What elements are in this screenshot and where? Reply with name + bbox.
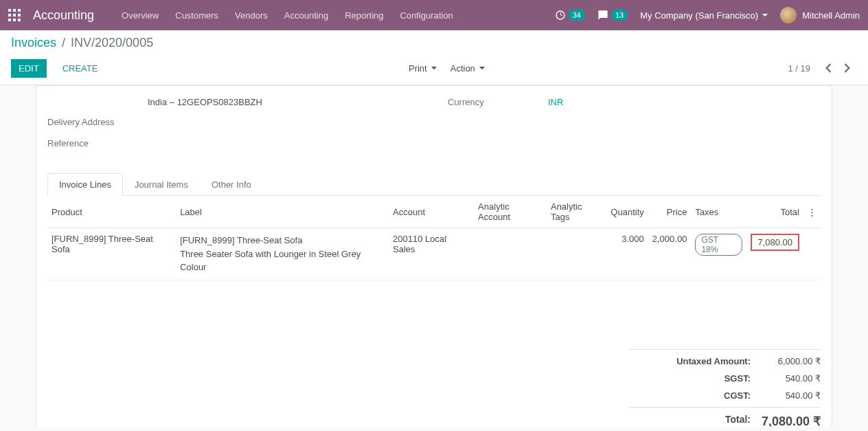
cell-account: 200110 Local Sales [389, 228, 474, 280]
content: India – 12GEOPS0823BBZH Delivery Address… [0, 85, 868, 427]
cell-price: 2,000.00 [648, 228, 692, 280]
cell-total: 7,080.00 [746, 228, 803, 280]
control-panel: Invoices / INV/2020/0005 EDIT CREATE Pri… [0, 30, 868, 85]
svg-rect-4 [13, 14, 16, 16]
pager-next[interactable] [838, 58, 857, 78]
table-row[interactable]: [FURN_8999] Three-Seat Sofa [FURN_8999] … [47, 228, 821, 280]
activity-icon[interactable]: 34 [555, 10, 585, 21]
nav-customers[interactable]: Customers [175, 10, 218, 21]
svg-rect-7 [13, 19, 16, 21]
form-sheet: India – 12GEOPS0823BBZH Delivery Address… [36, 85, 832, 427]
svg-rect-2 [18, 9, 21, 12]
sgst-label: SGST: [628, 373, 759, 384]
breadcrumb: Invoices / INV/2020/0005 [11, 36, 857, 50]
untaxed-label: Untaxed Amount: [628, 356, 759, 366]
pager-prev[interactable] [819, 58, 838, 78]
nav-configuration[interactable]: Configuration [400, 10, 453, 21]
total-value: 7,080.00 ₹ [759, 414, 821, 428]
col-account[interactable]: Account [389, 196, 474, 228]
svg-rect-8 [18, 19, 21, 21]
messages-icon[interactable]: 13 [597, 10, 628, 21]
cell-label: [FURN_8999] Three-Seat Sofa Three Seater… [176, 228, 389, 280]
cell-taxes: GST 18% [691, 228, 746, 280]
highlighted-total: 7,080.00 [751, 234, 799, 251]
col-analytic-tags[interactable]: Analytic Tags [547, 196, 606, 228]
tab-journal-items[interactable]: Journal Items [123, 173, 200, 196]
breadcrumb-current: INV/2020/0005 [71, 36, 153, 50]
activity-badge: 34 [569, 10, 585, 21]
delivery-address-label: Delivery Address [47, 117, 137, 127]
svg-rect-5 [18, 14, 21, 16]
invoice-lines-table: Product Label Account Analytic Account A… [47, 196, 821, 280]
edit-button[interactable]: EDIT [11, 59, 47, 78]
cell-analytic-account [474, 228, 547, 280]
chevron-down-icon [479, 67, 485, 69]
tab-invoice-lines[interactable]: Invoice Lines [47, 173, 123, 196]
gst-info: India – 12GEOPS0823BBZH [148, 97, 420, 107]
nav-menu: Overview Customers Vendors Accounting Re… [122, 10, 453, 21]
tax-tag: GST 18% [695, 234, 742, 256]
cgst-value: 540.00 ₹ [759, 390, 821, 401]
breadcrumb-sep: / [62, 36, 65, 50]
col-label[interactable]: Label [176, 196, 389, 228]
nav-overview[interactable]: Overview [122, 10, 159, 21]
user-menu[interactable]: Mitchell Admin [780, 7, 860, 23]
user-name: Mitchell Admin [802, 10, 860, 21]
nav-reporting[interactable]: Reporting [345, 10, 383, 21]
nav-vendors[interactable]: Vendors [235, 10, 268, 21]
col-taxes[interactable]: Taxes [691, 196, 746, 228]
cgst-label: CGST: [628, 390, 759, 401]
chevron-down-icon [762, 14, 768, 16]
untaxed-value: 6,000.00 ₹ [759, 356, 821, 366]
svg-rect-1 [13, 9, 16, 12]
col-price[interactable]: Price [648, 196, 692, 228]
sgst-value: 540.00 ₹ [759, 373, 821, 384]
currency-value[interactable]: INR [548, 97, 563, 111]
tabs: Invoice Lines Journal Items Other Info [47, 173, 821, 196]
svg-rect-3 [8, 14, 11, 16]
col-product[interactable]: Product [47, 196, 176, 228]
svg-rect-6 [8, 19, 11, 21]
nav-accounting[interactable]: Accounting [284, 10, 328, 21]
svg-rect-0 [8, 9, 11, 12]
action-dropdown[interactable]: Action [450, 63, 485, 74]
col-options-icon[interactable]: ⋮ [803, 196, 821, 228]
total-label: Total: [628, 414, 759, 428]
currency-label: Currency [448, 97, 537, 107]
tab-other-info[interactable]: Other Info [200, 173, 263, 196]
apps-icon[interactable] [8, 9, 21, 21]
chevron-down-icon [431, 67, 437, 69]
totals: Untaxed Amount: 6,000.00 ₹ SGST: 540.00 … [628, 349, 821, 428]
nav-right: 34 13 My Company (San Francisco) Mitchel… [555, 7, 860, 23]
print-dropdown[interactable]: Print [409, 63, 437, 74]
navbar: Accounting Overview Customers Vendors Ac… [0, 0, 868, 30]
create-button[interactable]: CREATE [55, 59, 106, 78]
breadcrumb-root[interactable]: Invoices [11, 36, 56, 50]
cell-analytic-tags [547, 228, 606, 280]
avatar [780, 7, 797, 23]
reference-label: Reference [47, 138, 137, 148]
messages-badge: 13 [611, 10, 628, 21]
company-switcher[interactable]: My Company (San Francisco) [640, 10, 768, 21]
col-quantity[interactable]: Quantity [606, 196, 648, 228]
row-handle-icon[interactable] [803, 228, 821, 280]
cell-quantity: 3.000 [606, 228, 648, 280]
col-total[interactable]: Total [746, 196, 803, 228]
brand[interactable]: Accounting [33, 8, 94, 23]
col-analytic-account[interactable]: Analytic Account [474, 196, 547, 228]
company-name: My Company (San Francisco) [640, 10, 758, 21]
cell-product: [FURN_8999] Three-Seat Sofa [47, 228, 176, 280]
pager-text[interactable]: 1 / 19 [788, 63, 810, 74]
